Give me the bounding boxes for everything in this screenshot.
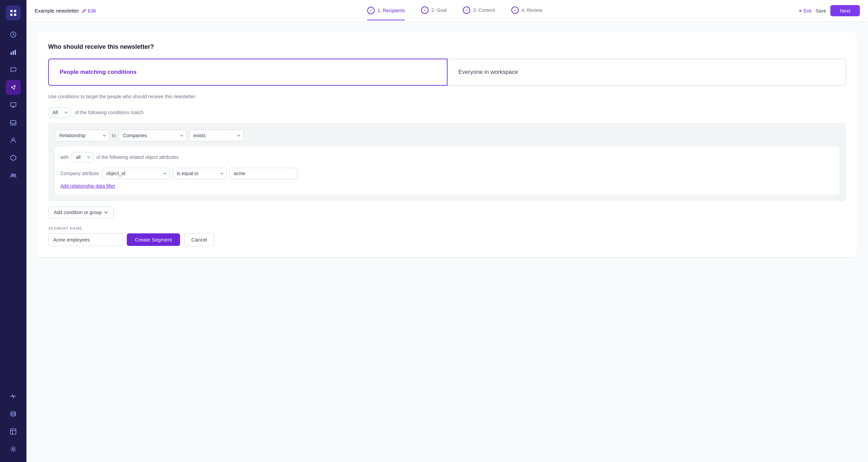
- segment-label: SEGMENT NAME: [48, 226, 846, 230]
- database-icon[interactable]: [6, 406, 21, 421]
- create-segment-button[interactable]: Create Segment: [127, 233, 180, 246]
- condition-row-1: Relationship to Companies exists does no…: [55, 130, 840, 141]
- messages-icon[interactable]: [6, 62, 21, 77]
- step1-circle: ✓: [367, 7, 375, 14]
- svg-point-15: [12, 448, 14, 450]
- segment-row: Create Segment Cancel: [48, 233, 846, 246]
- svg-rect-5: [11, 52, 12, 55]
- main-card: Who should receive this newsletter? Peop…: [37, 33, 857, 257]
- monitor-icon[interactable]: [6, 98, 21, 112]
- svg-rect-2: [10, 14, 13, 16]
- wizard-steps: ✓ 1. Recipients ✓ 2. Goal ✓ 3. Content ✓…: [112, 6, 797, 15]
- step4-label: 4. Review: [521, 7, 542, 13]
- to-label: to: [112, 133, 116, 138]
- campaigns-icon[interactable]: [6, 80, 21, 95]
- svg-rect-7: [15, 50, 16, 55]
- next-label: Next: [840, 8, 850, 14]
- sidebar: [0, 0, 26, 462]
- step2-circle: ✓: [421, 6, 429, 14]
- team-icon[interactable]: [6, 168, 21, 183]
- edit-label: Edit: [88, 8, 96, 14]
- with-value-select[interactable]: all any: [72, 152, 94, 162]
- step-goal[interactable]: ✓ 2. Goal: [421, 6, 447, 15]
- chart-icon[interactable]: [6, 45, 21, 60]
- dashboard-icon[interactable]: [6, 27, 21, 42]
- cancel-label: Cancel: [191, 237, 207, 243]
- inbox-icon[interactable]: [6, 115, 21, 130]
- nav-actions: Exit Save Next: [797, 5, 860, 16]
- step-recipients[interactable]: ✓ 1. Recipients: [367, 7, 405, 20]
- recipient-options: People matching conditions Everyone in w…: [48, 59, 846, 86]
- step-review[interactable]: ✓ 4. Review: [511, 6, 542, 15]
- newsletter-name: Example newsletter: [35, 8, 79, 14]
- objects-icon[interactable]: [6, 150, 21, 165]
- next-button[interactable]: Next: [830, 5, 860, 16]
- save-label: Save: [815, 8, 826, 14]
- step-content[interactable]: ✓ 3. Content: [463, 6, 495, 15]
- condition-match-header: All Any of the following conditions matc…: [48, 107, 846, 118]
- option-everyone[interactable]: Everyone in workspace: [448, 59, 846, 86]
- page-content: Who should receive this newsletter? Peop…: [26, 22, 868, 462]
- svg-rect-1: [14, 10, 16, 12]
- create-label: Create Segment: [135, 237, 172, 243]
- step1-label: 1. Recipients: [377, 8, 405, 13]
- sub-condition: with all any of the following related ob…: [55, 147, 840, 194]
- person-icon[interactable]: [6, 133, 21, 148]
- condition-match-label: of the following conditions match: [75, 110, 143, 115]
- segment-section: SEGMENT NAME Create Segment Cancel: [48, 226, 846, 246]
- exit-button[interactable]: Exit: [797, 8, 811, 14]
- step3-label: 3. Content: [473, 7, 495, 13]
- edit-button[interactable]: Edit: [82, 8, 96, 14]
- svg-point-11: [11, 174, 13, 176]
- condition-operator-select[interactable]: exists does not exist: [189, 130, 243, 141]
- sub-condition-row: Company attribute object_id is equal to …: [60, 168, 834, 179]
- svg-rect-8: [11, 103, 16, 106]
- main-area: Example newsletter Edit ✓ 1. Recipients …: [26, 0, 868, 462]
- add-condition-label: Add condition or group: [54, 210, 102, 215]
- add-filter-label: Add relationship data filter: [60, 183, 115, 189]
- settings-icon[interactable]: [6, 442, 21, 457]
- table-icon[interactable]: [6, 424, 21, 439]
- svg-rect-3: [14, 14, 16, 16]
- segment-name-input[interactable]: [48, 233, 123, 246]
- cancel-button[interactable]: Cancel: [184, 233, 214, 246]
- add-filter-button[interactable]: Add relationship data filter: [60, 183, 115, 189]
- condition-object-select[interactable]: Companies: [119, 130, 186, 141]
- conditions-container: Relationship to Companies exists does no…: [48, 123, 846, 201]
- step4-circle: ✓: [511, 6, 519, 14]
- option-matching-label: People matching conditions: [60, 69, 137, 75]
- save-button[interactable]: Save: [815, 8, 826, 14]
- description-text: Use conditions to target the people who …: [48, 94, 846, 99]
- svg-rect-14: [11, 429, 16, 434]
- dropdown-chevron-icon: [104, 211, 108, 213]
- related-label: of the following related object attribut…: [96, 154, 179, 160]
- newsletter-title: Example newsletter Edit: [35, 8, 96, 14]
- app-logo[interactable]: [6, 5, 21, 20]
- attr-label: Company attribute: [60, 171, 99, 176]
- exit-label: Exit: [804, 8, 811, 14]
- attr-value-input[interactable]: [229, 168, 297, 179]
- attr-operator-select[interactable]: is equal to is not equal to: [172, 168, 226, 179]
- condition-type-select[interactable]: Relationship: [55, 130, 109, 141]
- add-condition-button[interactable]: Add condition or group: [48, 207, 114, 218]
- page-heading: Who should receive this newsletter?: [48, 43, 846, 50]
- match-type-select[interactable]: All Any: [48, 107, 71, 118]
- with-label: with: [60, 154, 69, 160]
- option-everyone-label: Everyone in workspace: [458, 69, 518, 75]
- sub-condition-header: with all any of the following related ob…: [60, 152, 834, 162]
- svg-point-13: [11, 412, 16, 414]
- svg-point-12: [14, 174, 16, 176]
- svg-rect-6: [13, 51, 14, 55]
- option-matching[interactable]: People matching conditions: [48, 59, 448, 86]
- step3-circle: ✓: [463, 6, 470, 14]
- attr-select[interactable]: object_id: [102, 168, 170, 179]
- step2-label: 2. Goal: [431, 7, 447, 13]
- top-navigation: Example newsletter Edit ✓ 1. Recipients …: [26, 0, 868, 22]
- pulse-icon[interactable]: [6, 389, 21, 404]
- svg-rect-0: [10, 10, 13, 12]
